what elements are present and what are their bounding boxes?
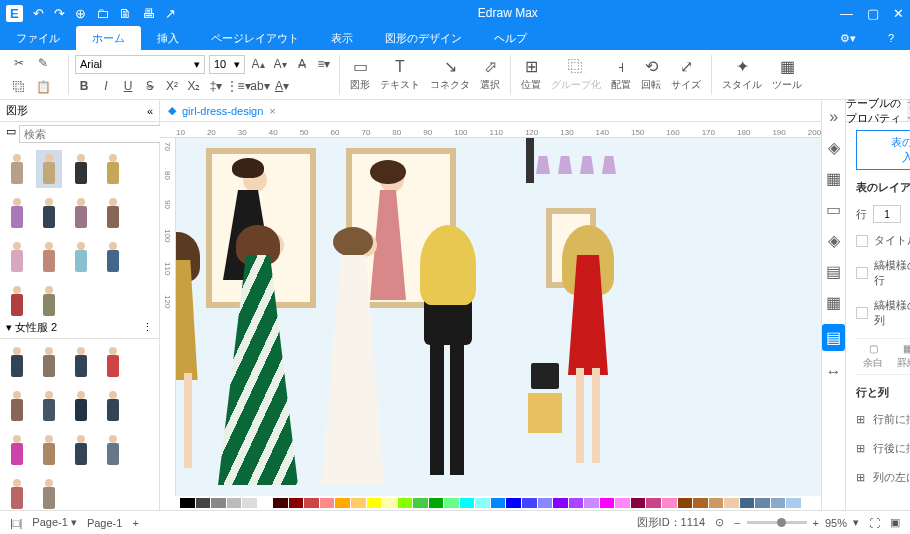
light-pole[interactable] (526, 138, 534, 183)
dock-tool-6[interactable]: ▦ (826, 293, 841, 312)
fullscreen-button[interactable]: ▣ (890, 516, 900, 529)
copy-button[interactable]: ⿻ (10, 78, 28, 96)
tab-view[interactable]: 表示 (315, 26, 369, 50)
shape-thumbnail[interactable] (68, 238, 94, 276)
shape-search-input[interactable] (19, 125, 167, 143)
library-button[interactable]: ▭ (6, 125, 16, 143)
striped-row-checkbox[interactable] (856, 267, 868, 279)
shape-thumbnail[interactable] (4, 387, 30, 425)
canvas[interactable] (176, 138, 821, 496)
shape-thumbnail[interactable] (36, 431, 62, 469)
tab-home[interactable]: ホーム (76, 26, 141, 50)
cut-button[interactable]: ✂ (10, 54, 28, 72)
save-button[interactable]: 🗎 (119, 6, 132, 21)
position-tool[interactable]: ⊞位置 (517, 57, 545, 92)
bullets-button[interactable]: ⋮≡▾ (229, 77, 247, 95)
tab-table-properties[interactable]: テーブルのプロパティ (846, 100, 907, 122)
figure-gold-dress[interactable] (176, 238, 206, 380)
shape-thumbnail[interactable] (100, 194, 126, 232)
char-case-button[interactable]: ab▾ (251, 77, 269, 95)
handbag-shape[interactable] (531, 363, 559, 389)
line-spacing-button[interactable]: ‡▾ (207, 77, 225, 95)
figure-white-gown[interactable] (341, 233, 388, 485)
insert-row-after-button[interactable]: ⊞行後に挿入 (856, 439, 910, 458)
shape-thumbnail[interactable] (68, 150, 94, 188)
margin-tool[interactable]: ▢余白 (863, 343, 883, 370)
shape-thumbnail[interactable] (4, 150, 30, 188)
connector-tool[interactable]: ↘コネクタ (426, 57, 474, 92)
rows-input[interactable] (873, 205, 901, 223)
clear-format-button[interactable]: A̶ (293, 55, 311, 73)
shape-tool[interactable]: ▭図形 (346, 57, 374, 92)
close-button[interactable]: ✕ (893, 6, 904, 21)
zoom-control[interactable]: − + 95%▾ (734, 516, 859, 529)
underline-button[interactable]: U (119, 77, 137, 95)
title-checkbox[interactable] (856, 235, 868, 247)
insert-col-left-button[interactable]: ⊞列の左に挿入 (856, 468, 910, 487)
tab-help[interactable]: ヘルプ (478, 26, 543, 50)
color-palette[interactable] (160, 496, 821, 510)
dock-tool-5[interactable]: ▤ (826, 262, 841, 281)
shape-thumbnail[interactable] (4, 282, 30, 317)
dock-tool-1[interactable]: ◈ (828, 138, 840, 157)
add-page-button[interactable]: + (132, 517, 138, 529)
shape-thumbnail[interactable] (68, 343, 94, 381)
insert-row-before-button[interactable]: ⊞行前に挿入 (856, 410, 910, 429)
open-button[interactable]: 🗀 (96, 6, 109, 21)
shape-thumbnail[interactable] (36, 238, 62, 276)
insert-table-button[interactable]: 表の挿入 (856, 130, 910, 170)
subscript-button[interactable]: X₂ (185, 77, 203, 95)
shape-thumbnail[interactable] (4, 475, 30, 510)
redo-button[interactable]: ↷ (54, 6, 65, 21)
style-tool[interactable]: ✦スタイル (718, 57, 766, 92)
dock-tool-2[interactable]: ▦ (826, 169, 841, 188)
align-tool[interactable]: ⫞配置 (607, 58, 635, 92)
shape-thumbnail[interactable] (36, 150, 62, 188)
shape-thumbnail[interactable] (4, 194, 30, 232)
shape-thumbnail[interactable] (36, 343, 62, 381)
rotate-tool[interactable]: ⟲回転 (637, 57, 665, 92)
figure-red-dress[interactable] (576, 233, 613, 375)
shape-thumbnail[interactable] (100, 431, 126, 469)
text-tool[interactable]: Tテキスト (376, 58, 424, 92)
shape-thumbnail[interactable] (4, 343, 30, 381)
tab-file[interactable]: ファイル (0, 26, 76, 50)
collapse-shapes-button[interactable]: « (147, 105, 153, 117)
maximize-button[interactable]: ▢ (867, 6, 879, 21)
page-selector[interactable]: Page-1 ▾ (32, 516, 77, 529)
shape-thumbnail[interactable] (36, 475, 62, 510)
page-nav-icon[interactable]: |□| (10, 517, 22, 529)
dock-tool-3[interactable]: ▭ (826, 200, 841, 219)
shape-thumbnail[interactable] (36, 194, 62, 232)
tab-page-layout[interactable]: ページレイアウト (195, 26, 315, 50)
group-tool[interactable]: ⿻グループ化 (547, 58, 605, 92)
new-button[interactable]: ⊕ (75, 6, 86, 21)
shape-thumbnail[interactable] (68, 194, 94, 232)
shape-thumbnail[interactable] (100, 238, 126, 276)
decrease-font-button[interactable]: A▾ (271, 55, 289, 73)
strike-button[interactable]: S̶ (141, 77, 159, 95)
increase-font-button[interactable]: A▴ (249, 55, 267, 73)
dock-tool-7[interactable]: ▤ (822, 324, 845, 351)
tab-insert[interactable]: 挿入 (141, 26, 195, 50)
minimize-button[interactable]: — (840, 6, 853, 21)
shape-thumbnail[interactable] (36, 282, 62, 317)
print-button[interactable]: 🖶 (142, 6, 155, 21)
dock-tool-4[interactable]: ◈ (828, 231, 840, 250)
figure-green-gown[interactable] (246, 233, 298, 485)
dock-tool-8[interactable]: ↔ (826, 363, 842, 381)
shape-thumbnail[interactable] (100, 343, 126, 381)
ceiling-lamps[interactable] (536, 156, 616, 174)
align-dropdown[interactable]: ≡▾ (315, 55, 333, 73)
pedestal-shape[interactable] (528, 393, 562, 433)
font-color-button[interactable]: A▾ (273, 77, 291, 95)
select-tool[interactable]: ⬀選択 (476, 57, 504, 92)
shape-thumbnail[interactable] (4, 238, 30, 276)
export-button[interactable]: ↗ (165, 6, 176, 21)
shape-thumbnail[interactable] (4, 431, 30, 469)
shape-thumbnail[interactable] (68, 431, 94, 469)
size-tool[interactable]: ⤢サイズ (667, 57, 705, 92)
shape-thumbnail[interactable] (100, 150, 126, 188)
undo-button[interactable]: ↶ (33, 6, 44, 21)
border-tool[interactable]: ▦罫線 (897, 343, 910, 370)
